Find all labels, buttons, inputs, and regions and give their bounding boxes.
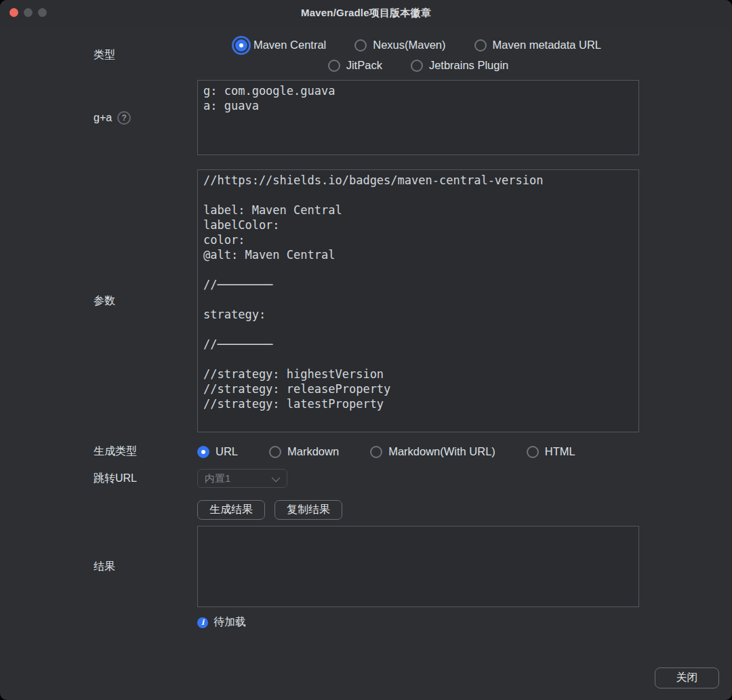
radio-url[interactable]: URL	[197, 445, 238, 458]
jump-url-row: 跳转URL 内置1	[0, 469, 732, 488]
generate-type-radio-group: URL Markdown Markdown(With URL) HTML	[197, 445, 639, 458]
minimize-window-icon[interactable]	[24, 8, 33, 17]
result-row: 结果	[0, 526, 732, 607]
radio-jetbrains-plugin[interactable]: Jetbrains Plugin	[411, 59, 508, 72]
result-output[interactable]	[197, 526, 639, 607]
ga-row: g+a ? g: com.google.guava a: guava	[0, 80, 732, 155]
type-label: 类型	[0, 48, 197, 62]
generate-type-row: 生成类型 URL Markdown Markdown(With URL) HTM…	[0, 445, 732, 459]
radio-selected-icon	[235, 39, 247, 52]
params-label: 参数	[0, 169, 197, 432]
actions-row: 生成结果 复制结果	[0, 500, 732, 520]
jump-url-selected-value: 内置1	[205, 472, 230, 485]
radio-unselected-icon	[411, 60, 423, 72]
jump-url-select[interactable]: 内置1	[197, 469, 287, 488]
zoom-window-icon[interactable]	[38, 8, 47, 17]
radio-label: Nexus(Maven)	[373, 39, 445, 52]
radio-label: Maven Central	[253, 39, 326, 52]
status-text: 待加载	[214, 615, 246, 630]
window-title: Maven/Gradle项目版本徽章	[301, 7, 431, 20]
generate-result-button[interactable]: 生成结果	[197, 500, 265, 520]
radio-unselected-icon	[328, 60, 340, 72]
params-input[interactable]: //https://shields.io/badges/maven-centra…	[197, 169, 639, 432]
radio-label: URL	[216, 445, 238, 458]
ga-input[interactable]: g: com.google.guava a: guava	[197, 80, 639, 155]
radio-nexus-maven[interactable]: Nexus(Maven)	[354, 39, 445, 52]
help-icon[interactable]: ?	[117, 111, 131, 125]
chevron-down-icon	[272, 473, 281, 482]
radio-maven-metadata-url[interactable]: Maven metadata URL	[474, 39, 602, 52]
radio-unselected-icon	[269, 446, 281, 458]
radio-label: HTML	[545, 445, 575, 458]
dialog-window: Maven/Gradle项目版本徽章 类型 Maven Central Nexu…	[0, 0, 732, 700]
radio-label: Markdown(With URL)	[388, 445, 495, 458]
radio-label: Jetbrains Plugin	[429, 59, 508, 72]
radio-unselected-icon	[354, 39, 367, 52]
radio-selected-icon	[197, 446, 209, 458]
radio-markdown-with-url[interactable]: Markdown(With URL)	[370, 445, 495, 458]
radio-label: Markdown	[287, 445, 339, 458]
radio-unselected-icon	[370, 446, 382, 458]
radio-html[interactable]: HTML	[527, 445, 575, 458]
traffic-lights	[9, 8, 47, 17]
radio-label: Maven metadata URL	[493, 39, 602, 52]
result-label: 结果	[0, 526, 197, 607]
radio-label: JitPack	[346, 59, 382, 72]
close-window-icon[interactable]	[9, 8, 18, 17]
type-row: 类型 Maven Central Nexus(Maven) Maven meta…	[0, 39, 732, 72]
generate-type-label: 生成类型	[0, 445, 197, 459]
title-bar: Maven/Gradle项目版本徽章	[0, 0, 732, 26]
ga-label: g+a	[94, 112, 112, 124]
jump-url-label: 跳转URL	[0, 472, 197, 486]
radio-markdown[interactable]: Markdown	[269, 445, 339, 458]
radio-unselected-icon	[527, 446, 539, 458]
radio-jitpack[interactable]: JitPack	[328, 59, 382, 72]
type-radio-line-1: Maven Central Nexus(Maven) Maven metadat…	[197, 39, 639, 52]
info-icon: i	[197, 617, 208, 628]
type-radio-group: Maven Central Nexus(Maven) Maven metadat…	[197, 39, 639, 72]
radio-maven-central[interactable]: Maven Central	[235, 39, 326, 52]
type-radio-line-2: JitPack Jetbrains Plugin	[197, 59, 639, 72]
params-row: 参数 //https://shields.io/badges/maven-cen…	[0, 169, 732, 432]
copy-result-button[interactable]: 复制结果	[274, 500, 342, 520]
close-dialog-button[interactable]: 关闭	[655, 667, 719, 688]
status-row: i 待加载	[0, 615, 732, 630]
radio-unselected-icon	[474, 39, 487, 52]
